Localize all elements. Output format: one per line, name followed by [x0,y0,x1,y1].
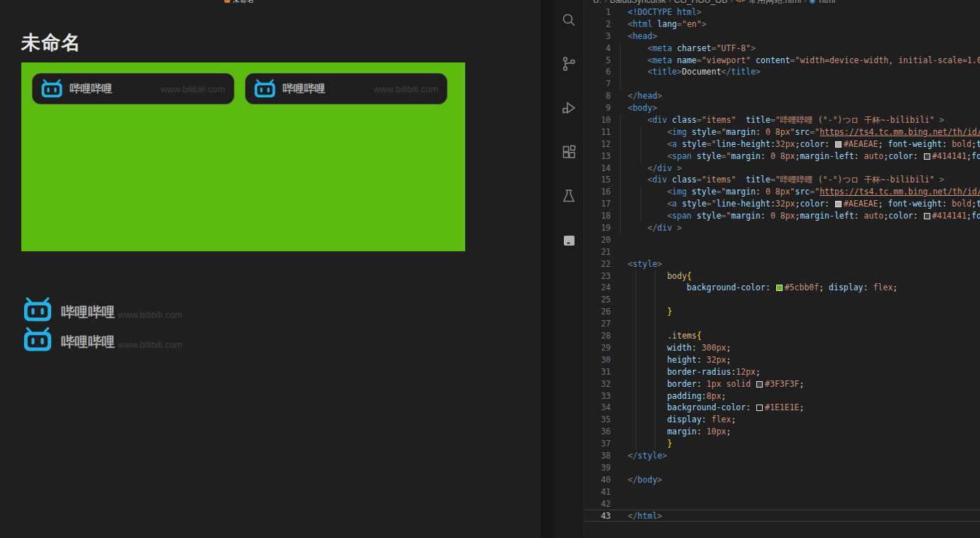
line-number[interactable]: 17 [584,198,611,210]
line-number[interactable]: 6 [584,66,611,78]
line-number[interactable]: 5 [584,55,611,67]
line-number[interactable]: 25 [584,294,611,306]
bilibili-link[interactable]: 哔哩哔哩 www.bilibili.com [21,326,183,353]
bilibili-card[interactable]: 哔哩哔哩 www.bilibili.com [32,73,234,104]
line-number[interactable]: 36 [584,426,611,438]
code-line[interactable]: 20 [584,234,980,246]
line-number[interactable]: 31 [584,366,611,378]
code-line[interactable]: 32 border: 1px solid #3F3F3F; [584,378,980,390]
code-line[interactable]: 12 <a style="line-height:32px;color: #AE… [584,138,980,150]
code-line[interactable]: 7 [584,78,980,90]
code-line[interactable]: 1<!DOCTYPE html> [584,6,980,18]
line-number[interactable]: 3 [584,31,611,43]
color-swatch-icon[interactable] [756,405,763,411]
line-number[interactable]: 35 [584,414,611,426]
color-swatch-icon[interactable] [924,153,930,160]
line-number[interactable]: 37 [584,438,611,450]
search-icon[interactable] [553,4,584,35]
code-line[interactable]: 17 <a style="line-height:32px;color: #AE… [584,198,980,210]
line-number[interactable]: 15 [584,174,611,186]
code-line[interactable]: 16 <img style="margin: 0 8px"src="https:… [584,186,980,198]
code-line[interactable]: 37 } [584,438,980,450]
code-line[interactable]: 10 <div class="items" title="哔哩哔哩 (°-°)つ… [584,114,980,126]
line-number[interactable]: 34 [584,402,611,414]
code-line[interactable]: 25 [584,294,980,306]
line-number[interactable]: 27 [584,318,611,330]
code-line[interactable]: 22<style> [584,258,980,270]
line-number[interactable]: 40 [584,474,611,486]
line-number[interactable]: 2 [584,18,611,31]
code-line[interactable]: 41 [584,486,980,498]
line-number[interactable]: 38 [584,450,611,462]
breadcrumb-folder[interactable]: CG_HOU_OB [674,0,727,5]
line-number[interactable]: 10 [584,114,611,126]
code-line[interactable]: 42 [584,498,980,510]
code-line[interactable]: 29 width: 300px; [584,342,980,354]
code-line[interactable]: 4 <meta charset="UTF-8"> [584,43,980,55]
panel-icon[interactable] [553,224,584,255]
code-line[interactable]: 43</html> [584,510,980,522]
line-number[interactable]: 33 [584,390,611,402]
code-line[interactable]: 15 <div class="items" title="哔哩哔哩 (°-°)つ… [584,174,980,186]
line-number[interactable]: 43 [584,510,611,521]
color-swatch-icon[interactable] [756,381,763,388]
line-number[interactable]: 9 [584,102,611,114]
line-number[interactable]: 19 [584,222,611,234]
line-number[interactable]: 28 [584,330,611,342]
line-number[interactable]: 39 [584,462,611,474]
code-line[interactable]: 28 .items{ [584,330,980,342]
code-line[interactable]: 30 height: 32px; [584,354,980,366]
code-line[interactable]: 23 body{ [584,270,980,282]
code-line[interactable]: 11 <img style="margin: 0 8px"src="https:… [584,126,980,138]
line-number[interactable]: 18 [584,210,611,222]
code-line[interactable]: 27 [584,318,980,330]
line-number[interactable]: 23 [584,270,611,282]
code-line[interactable]: 36 margin: 10px; [584,426,980,438]
code-line[interactable]: 3<head> [584,31,980,43]
run-debug-icon[interactable] [553,92,584,123]
line-number[interactable]: 42 [584,498,611,510]
line-number[interactable]: 22 [584,258,611,270]
bilibili-card[interactable]: 哔哩哔哩 www.bilibili.com [245,73,447,104]
line-number[interactable]: 7 [584,78,611,90]
line-number[interactable]: 32 [584,378,611,390]
line-number[interactable]: 21 [584,246,611,258]
code-line[interactable]: 40</body> [584,474,980,486]
line-number[interactable]: 16 [584,186,611,198]
code-line[interactable]: 31 border-radius:12px; [584,366,980,378]
line-number[interactable]: 24 [584,282,611,294]
line-number[interactable]: 12 [584,138,611,150]
line-number[interactable]: 13 [584,150,611,163]
code-line[interactable]: 14 </div > [584,163,980,175]
code-line[interactable]: 19 </div > [584,222,980,234]
line-number[interactable]: 29 [584,342,611,354]
breadcrumb-file[interactable]: 常用网站.html [748,0,801,6]
code-line[interactable]: 13 <span style="margin: 0 8px;margin-lef… [584,150,980,163]
line-number[interactable]: 4 [584,43,611,55]
code-line[interactable]: 2<html lang="en"> [584,18,980,31]
code-line[interactable]: 33 padding:8px; [584,390,980,402]
breadcrumb-folder[interactable]: BaiduSyncdisk [610,0,666,5]
code-line[interactable]: 5 <meta name="viewport" content="width=d… [584,55,980,67]
code-line[interactable]: 21 [584,246,980,258]
line-number[interactable]: 14 [584,163,611,175]
code-line[interactable]: 38</style> [584,450,980,462]
color-swatch-icon[interactable] [835,141,842,148]
code-line[interactable]: 6 <title>Document</title> [584,66,980,78]
code-line[interactable]: 35 display: flex; [584,414,980,426]
line-number[interactable]: 30 [584,354,611,366]
code-line[interactable]: 34 background-color: #1E1E1E; [584,402,980,414]
code-line[interactable]: 39 [584,462,980,474]
code-line[interactable]: 8</head> [584,90,980,102]
bilibili-link[interactable]: 哔哩哔哩 www.bilibili.com [21,297,183,323]
breadcrumb-symbol[interactable]: html [820,0,836,5]
line-number[interactable]: 11 [584,126,611,138]
line-number[interactable]: 1 [584,6,611,18]
line-number[interactable]: 41 [584,486,611,498]
color-swatch-icon[interactable] [835,201,842,207]
browser-tab-fragment[interactable]: 未命名 [224,0,267,4]
breadcrumb-drive[interactable]: U: [593,0,601,5]
extensions-icon[interactable] [553,136,584,167]
source-control-icon[interactable] [553,48,584,79]
color-swatch-icon[interactable] [776,285,783,291]
